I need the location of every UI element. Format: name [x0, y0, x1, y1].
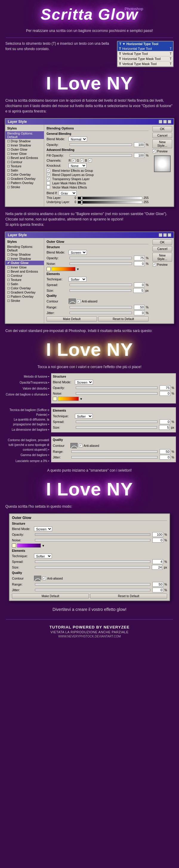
dialog3-makedefault-btn[interactable]: Make Default — [12, 594, 89, 599]
tool-item-hmask[interactable]: T Horizontal Type Mask Tool T — [118, 56, 173, 61]
dialog1-fill-opacity-input[interactable] — [134, 153, 145, 158]
dialog2-sidebar-gradient-overlay[interactable]: Gradient Overlay — [5, 290, 44, 294]
dialog2-sidebar-drop-shadow[interactable]: Drop Shadow — [5, 252, 44, 256]
dialog1-adv-check3[interactable] — [47, 177, 50, 181]
dialog1-newstyle-button[interactable]: New Style... — [152, 139, 172, 148]
dialog2-gradient-swatch[interactable] — [52, 267, 76, 271]
tool-item-vmask[interactable]: T Vertical Type Mask Tool T — [118, 61, 173, 66]
sidebar-item-inner-shadow[interactable]: Inner Shadow — [5, 143, 44, 147]
dialog3-noise-slider[interactable] — [35, 539, 150, 541]
dialog2-antialiased-checkbox[interactable] — [77, 300, 81, 303]
dialog2-contour-preview[interactable] — [69, 299, 76, 304]
mini-range-slider[interactable] — [71, 451, 157, 453]
dialog1-blendif-select[interactable]: Gray — [59, 191, 77, 195]
dialog1-channel-b-checkbox[interactable] — [88, 159, 92, 162]
dialog2-sidebar-stroke[interactable]: Stroke — [5, 299, 44, 303]
dialog1-adv-check1[interactable] — [47, 169, 50, 173]
mini-jitter-input[interactable] — [159, 455, 170, 460]
dialog2-resetdefault-btn[interactable]: Reset to Default — [98, 316, 149, 321]
mini-opacity-slider[interactable] — [76, 386, 157, 389]
dialog2-noise-input[interactable] — [134, 261, 145, 266]
sidebar-item-bevel-emboss[interactable]: Bevel and Emboss — [5, 156, 44, 160]
dialog2-sidebar-inner-shadow[interactable]: Inner Shadow — [5, 256, 44, 261]
dialog2-sidebar-satin[interactable]: Satin — [5, 282, 44, 286]
dialog2-color-swatch1[interactable] — [47, 267, 51, 271]
dialog2-sidebar-inner-glow[interactable]: Inner Glow — [5, 265, 44, 269]
mini-noise-slider[interactable] — [76, 392, 157, 395]
dialog2-maximize-btn[interactable]: □ — [163, 233, 167, 237]
dialog1-thislayer-slider[interactable] — [78, 196, 143, 199]
dialog3-size-input[interactable] — [152, 565, 162, 570]
dialog2-newstyle-btn[interactable]: New Style... — [152, 253, 172, 261]
mini-range-input[interactable] — [159, 449, 170, 454]
dialog2-ok-btn[interactable]: OK — [152, 240, 172, 245]
dialog1-close-btn[interactable]: × — [168, 120, 171, 123]
dialog1-adv-check4[interactable] — [47, 181, 50, 185]
dialog2-technique-select[interactable]: Softer — [69, 277, 87, 282]
dialog1-thislayer-handle[interactable] — [81, 196, 83, 200]
tool-item-vertical[interactable]: T Vertical Type Tool T — [118, 51, 173, 56]
dialog2-opacity-input[interactable] — [134, 256, 145, 260]
dialog2-sidebar-pattern-overlay[interactable]: Pattern Overlay — [5, 294, 44, 299]
dialog2-sidebar-contour[interactable]: Contour — [5, 274, 44, 278]
dialog1-preview-checkbox[interactable] — [152, 149, 156, 153]
sidebar-item-pattern-overlay[interactable]: Pattern Overlay — [5, 181, 44, 185]
dialog3-contour-preview[interactable] — [34, 576, 41, 581]
mini-antialiased-checkbox[interactable] — [79, 444, 82, 447]
dialog2-close-btn[interactable]: × — [168, 233, 171, 237]
dialog1-knockout-select[interactable]: None — [69, 163, 87, 168]
sidebar-item-gradient-overlay[interactable]: Gradient Overlay — [5, 177, 44, 181]
dialog1-adv-check5[interactable] — [47, 186, 50, 189]
dialog3-spread-input[interactable] — [152, 559, 163, 564]
dialog3-resetdefault-btn[interactable]: Reset to Default — [90, 594, 167, 599]
dialog3-spread-slider[interactable] — [35, 560, 150, 563]
dialog1-minimize-btn[interactable]: _ — [159, 120, 162, 123]
mini-color-swatch[interactable] — [53, 397, 57, 401]
dialog2-minimize-btn[interactable]: _ — [159, 233, 162, 237]
dialog2-makedefault-btn[interactable]: Make Default — [47, 316, 97, 321]
dialog1-channel-r-checkbox[interactable] — [72, 159, 76, 162]
dialog2-sidebar-color-overlay[interactable]: Color Overlay — [5, 286, 44, 290]
mini-contour-preview[interactable] — [70, 443, 78, 448]
dialog1-underlying-handle[interactable] — [81, 200, 83, 205]
dialog3-opacity-slider[interactable] — [35, 533, 150, 536]
dialog2-sidebar-outer-glow[interactable]: ✔ Outer Glow — [5, 261, 44, 265]
mini-jitter-slider[interactable] — [71, 456, 157, 459]
dialog2-sidebar-bevel-emboss[interactable]: Bevel and Emboss — [5, 269, 44, 274]
dialog3-opacity-input[interactable] — [152, 532, 163, 537]
dialog3-blendmode-select[interactable]: Screen — [34, 526, 52, 531]
sidebar-item-outer-glow[interactable]: Outer Glow — [5, 147, 44, 152]
mini-size-input[interactable] — [159, 425, 170, 430]
sidebar-item-drop-shadow[interactable]: Drop Shadow — [5, 139, 44, 143]
dialog3-technique-select[interactable]: Softer — [34, 554, 52, 558]
dialog3-range-slider[interactable] — [35, 583, 150, 586]
dialog1-ok-button[interactable]: OK — [152, 126, 172, 131]
dialog1-blend-mode-select[interactable]: Normal — [69, 136, 87, 142]
sidebar-item-blending-options[interactable]: Blending Options: Default — [5, 131, 44, 139]
mini-technique-select[interactable]: Softer — [75, 414, 93, 418]
dialog1-opacity-input[interactable] — [134, 142, 145, 147]
dialog2-spread-slider[interactable] — [69, 284, 132, 286]
dialog2-sidebar-blending[interactable]: Blending Options: Default — [5, 245, 44, 252]
mini-size-slider[interactable] — [76, 426, 157, 429]
sidebar-item-stroke[interactable]: Stroke — [5, 185, 44, 189]
mini-spread-input[interactable] — [159, 420, 170, 424]
dialog3-jitter-input[interactable] — [152, 588, 163, 592]
dialog3-antialiased-checkbox[interactable] — [42, 577, 46, 580]
dialog1-cancel-button[interactable]: Cancel — [152, 133, 172, 138]
dialog3-size-slider[interactable] — [35, 566, 150, 568]
dialog1-adv-check2[interactable] — [47, 173, 50, 177]
dialog2-blendmode-select[interactable]: Screen — [69, 250, 87, 255]
dialog1-maximize-btn[interactable]: □ — [163, 120, 167, 123]
mini-noise-input[interactable] — [159, 391, 170, 396]
dialog2-cancel-btn[interactable]: Cancel — [152, 246, 172, 251]
mini-blendmode-select[interactable]: Screen — [75, 380, 93, 384]
dialog2-noise-slider[interactable] — [69, 262, 132, 265]
dialog1-opacity-slider[interactable] — [69, 144, 132, 146]
dialog3-jitter-slider[interactable] — [35, 589, 150, 591]
dialog2-sidebar-texture[interactable]: Texture — [5, 278, 44, 282]
sidebar-item-satin[interactable]: Satin — [5, 168, 44, 173]
dialog2-preview-checkbox[interactable] — [152, 263, 156, 267]
mini-spread-slider[interactable] — [76, 421, 157, 423]
dialog3-range-input[interactable] — [152, 582, 163, 587]
